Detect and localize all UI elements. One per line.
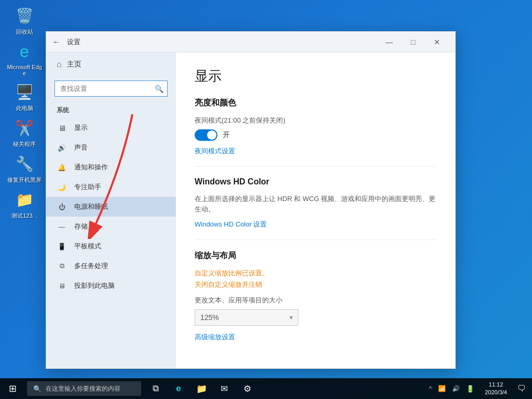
clock-date: 2020/3/4 <box>485 389 507 396</box>
night-mode-toggle[interactable] <box>195 129 217 141</box>
sidebar-item-display[interactable]: 🖥 显示 <box>46 118 176 138</box>
close-button[interactable]: ✕ <box>425 32 449 52</box>
taskbar-search[interactable]: 🔍 在这里输入你要搜索的内容 <box>27 381 141 396</box>
task-view-icon: ⧉ <box>153 383 159 394</box>
scale-dropdown[interactable]: 125% ▾ <box>195 309 298 326</box>
folder-label: 测试123. . <box>11 212 37 220</box>
start-button[interactable]: ⊞ <box>0 378 25 399</box>
section-title: 系统 <box>46 101 176 118</box>
minimize-button[interactable]: — <box>377 32 401 52</box>
pc-label: 此电脑 <box>16 104 33 112</box>
desktop-icon-fix[interactable]: 🔧 修复开机黑屏 <box>6 153 43 184</box>
desktop: 🗑️ 回收站 e Microsoft Edge 🖥️ 此电脑 ✂️ 秘关程序 🔧… <box>0 0 532 399</box>
start-icon: ⊞ <box>9 383 17 394</box>
close-custom-scale-link[interactable]: 关闭自定义缩放并注销 <box>195 280 436 289</box>
desktop-icon-recycle[interactable]: 🗑️ 回收站 <box>6 5 43 36</box>
recycle-bin-icon: 🗑️ <box>14 5 35 26</box>
night-mode-toggle-row: 开 <box>195 129 436 141</box>
taskbar-clock[interactable]: 11:12 2020/3/4 <box>481 381 511 397</box>
multitask-label: 多任务处理 <box>74 261 108 271</box>
scale-section-title: 缩放与布局 <box>195 250 436 261</box>
display-label: 显示 <box>74 123 88 132</box>
size-label: 更改文本、应用等项目的大小 <box>195 296 436 305</box>
power-icon: ⏻ <box>57 203 67 211</box>
advanced-scale-link[interactable]: 高级缩放设置 <box>195 333 235 341</box>
folder-icon: 📁 <box>14 189 35 210</box>
scale-value: 125% <box>200 313 219 322</box>
night-mode-settings-link[interactable]: 夜间模式设置 <box>195 147 235 155</box>
sidebar: ⌂ 主页 🔍 系统 🖥 显示 🔊 声音 🔔 <box>46 52 176 368</box>
hd-color-title: Windows HD Color <box>195 177 436 187</box>
desktop-icon-edge[interactable]: e Microsoft Edge <box>6 41 43 76</box>
hd-color-settings-link[interactable]: Windows HD Color 设置 <box>195 220 267 228</box>
settings-taskbar-icon: ⚙ <box>243 383 251 394</box>
dropdown-arrow-icon: ▾ <box>290 314 293 321</box>
tablet-label: 平板模式 <box>74 242 101 251</box>
settings-window: ← 设置 — □ ✕ ⌂ 主页 🔍 系统 <box>46 31 456 369</box>
home-label: 主页 <box>67 60 81 69</box>
sidebar-item-storage[interactable]: — 存储 <box>46 217 176 236</box>
display-icon: 🖥 <box>57 124 67 132</box>
window-body: ⌂ 主页 🔍 系统 🖥 显示 🔊 声音 🔔 <box>46 52 455 368</box>
title-bar: ← 设置 — □ ✕ <box>46 32 455 52</box>
tray-network-icon[interactable]: 📶 <box>436 385 448 392</box>
snip-label: 秘关程序 <box>13 140 36 148</box>
desktop-icons: 🗑️ 回收站 e Microsoft Edge 🖥️ 此电脑 ✂️ 秘关程序 🔧… <box>6 5 43 220</box>
sidebar-item-notifications[interactable]: 🔔 通知和操作 <box>46 157 176 177</box>
main-content: 显示 亮度和颜色 夜间模式(21:00 之前保持关闭) 开 夜间模式设置 Win… <box>176 52 455 368</box>
sidebar-item-multitask[interactable]: ⧉ 多任务处理 <box>46 256 176 276</box>
toggle-on-label: 开 <box>223 130 230 140</box>
sidebar-item-project[interactable]: 🖥 投影到此电脑 <box>46 276 176 296</box>
mail-taskbar-button[interactable]: ✉ <box>214 378 235 399</box>
fix-icon: 🔧 <box>14 153 35 174</box>
sidebar-item-power[interactable]: ⏻ 电源和睡眠 <box>46 197 176 217</box>
clock-time: 11:12 <box>489 381 503 389</box>
snip-icon: ✂️ <box>14 117 35 138</box>
sidebar-item-sound[interactable]: 🔊 声音 <box>46 138 176 157</box>
sound-label: 声音 <box>74 143 88 152</box>
window-controls: — □ ✕ <box>377 32 449 52</box>
desktop-icon-folder[interactable]: 📁 测试123. . <box>6 189 43 220</box>
mail-taskbar-icon: ✉ <box>221 383 228 394</box>
settings-taskbar-button[interactable]: ⚙ <box>237 378 257 399</box>
notifications-icon: 🔔 <box>57 164 67 171</box>
edge-label: Microsoft Edge <box>6 64 43 76</box>
page-title: 显示 <box>195 67 436 85</box>
power-label: 电源和睡眠 <box>74 202 108 211</box>
tray-battery-icon: 🔋 <box>464 385 476 393</box>
storage-icon: — <box>57 223 67 231</box>
multitask-icon: ⧉ <box>57 262 67 270</box>
custom-scale-warning[interactable]: 自定义缩放比例已设置。 <box>195 269 436 278</box>
sidebar-item-tablet[interactable]: 📱 平板模式 <box>46 236 176 256</box>
tray-up-arrow[interactable]: ^ <box>427 385 434 392</box>
sidebar-home[interactable]: ⌂ 主页 <box>46 52 176 76</box>
taskbar-tray: ^ 📶 🔊 🔋 <box>427 385 481 393</box>
maximize-button[interactable]: □ <box>401 32 425 52</box>
explorer-taskbar-button[interactable]: 📁 <box>191 378 212 399</box>
brightness-section-title: 亮度和颜色 <box>195 98 436 109</box>
task-view-button[interactable]: ⧉ <box>145 378 166 399</box>
divider-2 <box>195 240 436 240</box>
home-icon: ⌂ <box>57 60 62 69</box>
back-button[interactable]: ← <box>52 37 61 47</box>
search-input[interactable] <box>54 81 168 97</box>
brightness-section: 亮度和颜色 夜间模式(21:00 之前保持关闭) 开 夜间模式设置 <box>195 98 436 156</box>
window-title: 设置 <box>67 37 80 47</box>
taskbar-icons: ⧉ e 📁 ✉ ⚙ <box>145 378 257 399</box>
project-icon: 🖥 <box>57 282 67 290</box>
sidebar-item-focus[interactable]: 🌙 专注助手 <box>46 177 176 197</box>
edge-taskbar-icon: e <box>176 383 181 394</box>
notification-icon: 🗨 <box>517 384 526 393</box>
edge-taskbar-button[interactable]: e <box>168 378 189 399</box>
notification-button[interactable]: 🗨 <box>511 378 532 399</box>
desktop-icon-snip[interactable]: ✂️ 秘关程序 <box>6 117 43 148</box>
taskbar-search-icon: 🔍 <box>33 385 42 393</box>
explorer-taskbar-icon: 📁 <box>196 383 207 394</box>
recycle-bin-label: 回收站 <box>16 28 33 36</box>
focus-label: 专注助手 <box>74 182 101 192</box>
divider-1 <box>195 166 436 167</box>
desktop-icon-pc[interactable]: 🖥️ 此电脑 <box>6 82 43 112</box>
tray-volume-icon[interactable]: 🔊 <box>450 385 462 392</box>
scale-section: 缩放与布局 自定义缩放比例已设置。 关闭自定义缩放并注销 更改文本、应用等项目的… <box>195 250 436 342</box>
sound-icon: 🔊 <box>57 144 67 152</box>
